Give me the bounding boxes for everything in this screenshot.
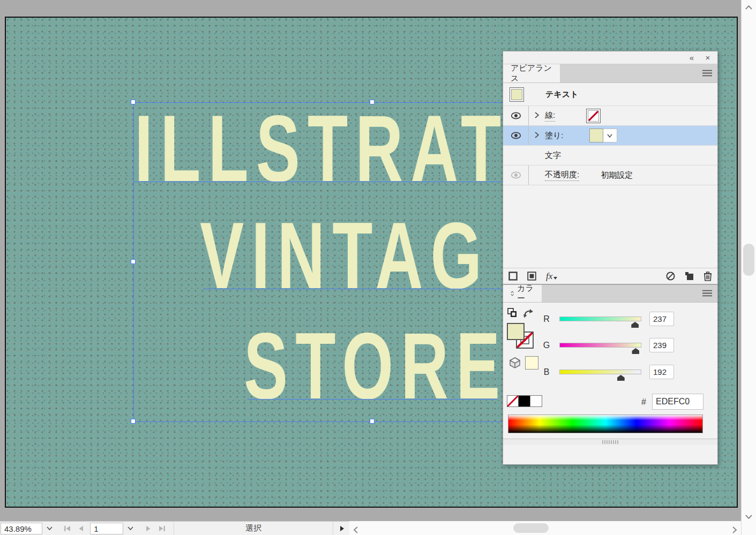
horizontal-scroll-thumb[interactable] xyxy=(513,523,549,533)
tab-appearance-label: アピアランス xyxy=(511,63,552,84)
value-field-r[interactable]: 237 xyxy=(649,312,674,326)
hex-hash-label: # xyxy=(641,397,646,407)
text-baseline-2 xyxy=(204,289,547,289)
last-page-button[interactable] xyxy=(155,523,169,534)
color-spectrum-bar[interactable] xyxy=(508,415,703,433)
fill-color-dropdown[interactable] xyxy=(603,129,617,142)
hex-value-field[interactable]: EDEFC0 xyxy=(652,394,703,410)
color-panel-body: R 237 G 239 B 192 # EDEFC0 xyxy=(503,303,717,439)
collapse-panel-icon[interactable]: « xyxy=(685,52,698,63)
scroll-down-icon[interactable] xyxy=(742,511,756,521)
fill-visibility-eye-icon[interactable] xyxy=(503,126,529,145)
duplicate-item-icon[interactable] xyxy=(685,272,694,281)
web-color-warning-cube-icon[interactable] xyxy=(510,357,520,370)
black-swatch[interactable] xyxy=(519,395,530,407)
default-fill-stroke-icon[interactable] xyxy=(507,308,517,319)
appearance-row-characters[interactable]: 文字 xyxy=(503,146,717,165)
appearance-row-stroke[interactable]: 線: xyxy=(503,106,717,126)
fill-color-swatch[interactable] xyxy=(589,129,603,142)
selection-handle-mid-left[interactable] xyxy=(131,259,136,264)
opacity-visibility-eye-icon[interactable] xyxy=(503,165,529,185)
channel-label-b: B xyxy=(541,367,552,377)
add-new-stroke-icon[interactable] xyxy=(508,272,518,281)
panel-titlebar[interactable]: « × xyxy=(503,51,717,64)
selection-handle-bottom-center[interactable] xyxy=(370,419,375,424)
appearance-list: テキスト 線: 塗り: xyxy=(503,83,717,284)
previous-page-button[interactable] xyxy=(74,523,88,534)
vertical-scrollbar[interactable] xyxy=(741,0,756,535)
appearance-row-opacity[interactable]: 不透明度: 初期設定 xyxy=(503,165,717,185)
value-field-g[interactable]: 239 xyxy=(649,338,674,352)
web-safe-color-swatch[interactable] xyxy=(525,356,538,370)
clear-appearance-icon[interactable] xyxy=(666,272,675,281)
text-baseline-3 xyxy=(248,399,497,400)
white-swatch[interactable] xyxy=(530,395,542,407)
appearance-menu-icon[interactable] xyxy=(702,69,712,78)
add-new-fill-icon[interactable] xyxy=(527,272,536,281)
appearance-row-fill[interactable]: 塗り: xyxy=(503,126,717,146)
next-page-button[interactable] xyxy=(141,523,155,534)
target-label: テキスト xyxy=(545,89,578,100)
page-number-field[interactable]: 1 xyxy=(90,523,123,534)
status-mode-label: 選択 xyxy=(245,523,261,533)
selection-handle-bottom-left[interactable] xyxy=(131,419,136,424)
add-effect-icon[interactable]: fx xyxy=(546,271,557,282)
stroke-none-swatch[interactable] xyxy=(586,109,601,123)
horizontal-scrollbar[interactable] xyxy=(349,521,741,535)
stroke-expand-chevron-icon[interactable] xyxy=(529,111,545,120)
slider-handle-r[interactable] xyxy=(631,322,639,328)
selection-handle-top-center[interactable] xyxy=(370,100,375,104)
zoom-dropdown-chevron-icon[interactable] xyxy=(42,523,57,534)
tab-appearance[interactable]: アピアランス xyxy=(503,64,560,82)
slider-track-b[interactable] xyxy=(559,370,641,374)
status-bar: 43.89% 1 選択 xyxy=(0,521,349,535)
opacity-label[interactable]: 不透明度: xyxy=(545,170,579,181)
color-menu-icon[interactable] xyxy=(702,289,712,298)
appearance-tabbar: アピアランス xyxy=(503,64,717,83)
slider-track-g[interactable] xyxy=(559,343,641,348)
slider-track-r[interactable] xyxy=(559,317,641,321)
scroll-up-icon[interactable] xyxy=(742,2,756,12)
panel-resize-grip[interactable] xyxy=(503,439,717,445)
fill-label[interactable]: 塗り: xyxy=(545,131,564,141)
status-expand-arrow-icon[interactable] xyxy=(334,523,349,534)
none-color-swatch[interactable] xyxy=(507,395,519,407)
zoom-level-field[interactable]: 43.89% xyxy=(1,523,42,534)
stroke-label[interactable]: 線: xyxy=(545,110,555,122)
appearance-row-target[interactable]: テキスト xyxy=(503,83,717,106)
appearance-iconbar: fx xyxy=(503,268,717,284)
tab-color-label: カラー xyxy=(517,283,534,304)
selection-handle-top-left[interactable] xyxy=(131,100,136,104)
slider-handle-b[interactable] xyxy=(617,375,625,381)
delete-item-trash-icon[interactable] xyxy=(703,272,712,281)
scroll-left-icon[interactable] xyxy=(354,526,358,535)
vertical-scroll-thumb[interactable] xyxy=(743,244,754,276)
close-panel-icon[interactable]: × xyxy=(701,52,714,63)
page-dropdown-chevron-icon[interactable] xyxy=(123,523,138,534)
swap-fill-stroke-icon[interactable] xyxy=(523,308,534,320)
fill-proxy-swatch[interactable] xyxy=(507,323,525,340)
slider-handle-g[interactable] xyxy=(632,348,639,354)
fx-label: fx xyxy=(546,271,552,282)
channel-label-r: R xyxy=(541,314,552,324)
floating-panel-group: « × アピアランス テキスト 線: xyxy=(503,51,718,465)
stroke-visibility-eye-icon[interactable] xyxy=(503,106,529,125)
target-fill-swatch xyxy=(510,87,524,102)
tab-color[interactable]: カラー xyxy=(503,285,542,302)
color-tabbar: カラー xyxy=(503,284,717,303)
scroll-right-icon[interactable] xyxy=(732,526,737,535)
characters-label: 文字 xyxy=(545,150,561,161)
first-page-button[interactable] xyxy=(61,523,74,534)
opacity-value: 初期設定 xyxy=(601,170,633,180)
channel-label-g: G xyxy=(541,341,552,350)
fill-expand-chevron-icon[interactable] xyxy=(529,131,545,140)
value-field-b[interactable]: 192 xyxy=(649,365,674,379)
status-mode-field[interactable]: 選択 xyxy=(174,522,334,535)
